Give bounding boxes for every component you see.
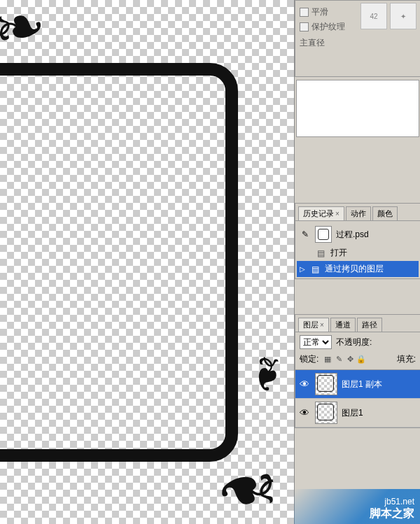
- tab-layers[interactable]: 图层 ×: [298, 318, 329, 332]
- tab-actions[interactable]: 动作: [346, 206, 371, 220]
- tab-label: 颜色: [377, 208, 393, 219]
- main-diameter-label: 主直径: [300, 37, 416, 49]
- history-snapshot[interactable]: ✎ 过程.psd: [297, 224, 419, 245]
- layer-row-1[interactable]: 👁 图层1: [295, 399, 420, 427]
- checkbox-icon: [300, 22, 309, 31]
- protect-texture-label: 保护纹理: [312, 21, 345, 33]
- document-canvas[interactable]: ❧ ❧ ❧: [0, 0, 294, 524]
- close-icon[interactable]: ×: [320, 321, 324, 329]
- tab-label: 历史记录: [303, 208, 334, 219]
- opacity-label: 不透明度:: [336, 337, 372, 348]
- watermark-name: 脚本之家: [370, 507, 414, 521]
- brush-preset-thumb[interactable]: ✦: [390, 3, 416, 29]
- brush-options-panel: 42 ✦ 平滑 保护纹理 主直径: [295, 0, 420, 77]
- ornament-top-left: ❧: [0, 0, 50, 64]
- tab-label: 路径: [362, 320, 377, 330]
- lock-position-icon[interactable]: ✥: [345, 355, 355, 364]
- close-icon[interactable]: ×: [335, 210, 340, 218]
- lock-icons: ▦ ✎ ✥ 🔒: [323, 355, 366, 364]
- snapshot-thumb: [315, 226, 332, 243]
- smoothing-label: 平滑: [312, 6, 328, 18]
- history-panel: 历史记录 × 动作 颜色 ✎ 过程.psd ▤ 打开 ▷ ▤ 通过拷贝的图层: [295, 203, 420, 279]
- tab-label: 通道: [335, 320, 351, 330]
- brush-preset-thumb[interactable]: 42: [360, 3, 387, 29]
- watermark: jb51.net 脚本之家: [294, 489, 420, 524]
- layers-tab-bar: 图层 × 通道 路径: [295, 315, 420, 332]
- tab-label: 动作: [351, 208, 366, 219]
- snapshot-name: 过程.psd: [336, 229, 369, 241]
- document-icon: ▤: [315, 248, 326, 259]
- blend-mode-select[interactable]: 正常: [300, 335, 332, 349]
- ornament-right-side: ❧: [242, 353, 291, 395]
- tab-history[interactable]: 历史记录 ×: [298, 206, 344, 220]
- lock-label: 锁定:: [300, 353, 318, 365]
- history-step-label: 通过拷贝的图层: [325, 263, 384, 275]
- tab-channels[interactable]: 通道: [330, 318, 356, 332]
- history-tab-bar: 历史记录 × 动作 颜色: [295, 204, 420, 221]
- visibility-eye-icon[interactable]: 👁: [298, 407, 311, 418]
- layer-name: 图层1 副本: [342, 378, 382, 390]
- artwork-frame: [0, 63, 238, 462]
- tab-color[interactable]: 颜色: [372, 206, 398, 220]
- watermark-url: jb51.net: [384, 497, 414, 507]
- brush-preview: [296, 80, 419, 137]
- lock-transparent-icon[interactable]: ▦: [323, 355, 332, 364]
- history-step-layer-via-copy[interactable]: ▷ ▤ 通过拷贝的图层: [297, 261, 419, 277]
- layers-panel: 图层 × 通道 路径 正常 不透明度: 锁定: ▦ ✎ ✥ 🔒: [295, 314, 420, 428]
- lock-all-icon[interactable]: 🔒: [356, 355, 366, 364]
- visibility-eye-icon[interactable]: 👁: [298, 378, 311, 390]
- panels-dock: 42 ✦ 平滑 保护纹理 主直径 历史记录 × 动作 颜色 ✎ 过程.: [294, 0, 420, 524]
- history-step-label: 打开: [330, 247, 347, 259]
- lock-pixels-icon[interactable]: ✎: [334, 355, 344, 364]
- layer-name: 图层1: [342, 407, 363, 419]
- layer-thumbnail[interactable]: [315, 402, 337, 424]
- checkbox-icon: [300, 8, 309, 17]
- layer-icon: ▤: [309, 264, 321, 275]
- ornament-bottom-right: ❧: [209, 446, 286, 524]
- fill-label: 填充:: [397, 353, 416, 365]
- history-step-open[interactable]: ▤ 打开: [297, 245, 419, 261]
- current-step-arrow-icon: ▷: [300, 265, 305, 273]
- layer-thumbnail[interactable]: [315, 373, 337, 395]
- snapshot-brush-icon: ✎: [300, 229, 311, 239]
- tab-label: 图层: [303, 320, 318, 330]
- layer-row-copy[interactable]: 👁 图层1 副本: [295, 370, 420, 399]
- tab-paths[interactable]: 路径: [357, 318, 382, 332]
